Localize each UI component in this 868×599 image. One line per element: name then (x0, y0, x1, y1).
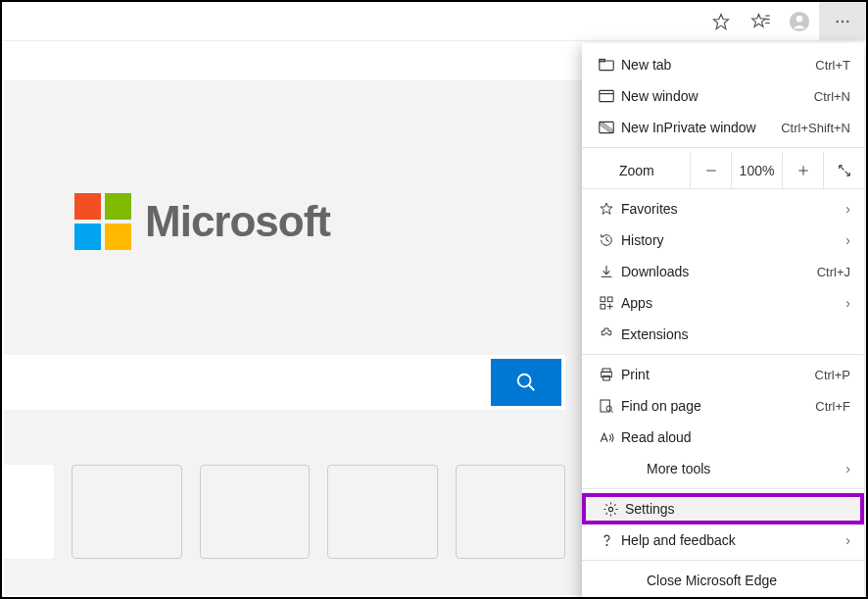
fullscreen-button[interactable] (823, 152, 864, 188)
read-aloud-icon (594, 430, 619, 445)
svg-point-7 (837, 20, 839, 22)
extensions-icon (594, 326, 619, 342)
menu-help[interactable]: Help and feedback › (582, 524, 864, 556)
search-button[interactable] (491, 359, 561, 406)
svg-point-9 (846, 20, 848, 22)
star-sparks-icon (594, 201, 619, 217)
svg-rect-24 (607, 297, 612, 302)
menu-settings[interactable]: Settings (582, 493, 864, 524)
menu-zoom-row: Zoom 100% (582, 152, 864, 189)
menu-find[interactable]: Find on page Ctrl+F (582, 390, 864, 422)
svg-rect-14 (600, 90, 613, 101)
download-icon (594, 264, 619, 279)
search-bar[interactable] (4, 355, 565, 410)
add-favorite-button[interactable] (701, 2, 741, 40)
chevron-right-icon: › (837, 232, 850, 248)
menu-new-tab[interactable]: New tab Ctrl+T (582, 49, 864, 80)
menu-more-tools[interactable]: More tools › (582, 453, 864, 484)
menu-history[interactable]: History › (582, 225, 864, 256)
help-icon (594, 532, 619, 548)
menu-print[interactable]: Print Ctrl+P (582, 359, 864, 390)
menu-new-inprivate[interactable]: New InPrivate window Ctrl+Shift+N (582, 112, 864, 143)
settings-and-more-menu: New tab Ctrl+T New window Ctrl+N New InP… (582, 43, 864, 599)
chevron-right-icon: › (837, 461, 850, 476)
svg-line-11 (529, 385, 535, 391)
svg-rect-12 (600, 61, 613, 71)
svg-marker-20 (601, 203, 612, 214)
svg-line-33 (611, 411, 613, 413)
svg-point-32 (606, 406, 611, 411)
microsoft-logo-icon (74, 193, 131, 250)
svg-point-10 (518, 374, 531, 387)
chevron-right-icon: › (837, 201, 850, 217)
svg-rect-25 (601, 304, 605, 309)
menu-close-edge[interactable]: Close Microsoft Edge (582, 565, 864, 596)
new-window-icon (594, 89, 619, 103)
menu-read-aloud[interactable]: Read aloud (582, 422, 864, 453)
chevron-right-icon: › (837, 295, 850, 311)
more-menu-button[interactable] (819, 2, 866, 40)
menu-downloads[interactable]: Downloads Ctrl+J (582, 256, 864, 287)
zoom-percent: 100% (731, 152, 782, 188)
menu-new-window[interactable]: New window Ctrl+N (582, 80, 864, 112)
svg-rect-30 (603, 375, 610, 380)
svg-point-8 (842, 20, 844, 22)
microsoft-brand: Microsoft (74, 193, 330, 250)
favorites-hub-button[interactable] (741, 2, 780, 40)
quick-links-row (4, 465, 565, 559)
zoom-label: Zoom (582, 163, 690, 178)
zoom-in-button[interactable] (782, 152, 823, 188)
svg-rect-23 (601, 297, 605, 302)
svg-marker-1 (752, 14, 766, 26)
svg-point-34 (608, 507, 612, 511)
quick-link-tile[interactable] (200, 465, 310, 559)
svg-point-35 (606, 545, 607, 546)
quick-link-tile[interactable] (72, 465, 181, 559)
quick-link-tile[interactable] (327, 465, 437, 559)
menu-extensions[interactable]: Extensions (582, 319, 864, 350)
history-icon (594, 232, 619, 248)
menu-favorites[interactable]: Favorites › (582, 193, 864, 225)
svg-point-6 (796, 16, 802, 22)
inprivate-icon (594, 121, 619, 134)
find-icon (594, 398, 619, 414)
print-icon (594, 367, 619, 382)
gear-icon (598, 501, 623, 518)
svg-marker-0 (714, 14, 729, 28)
zoom-out-button[interactable] (690, 152, 731, 188)
new-tab-icon (594, 58, 619, 72)
profile-button[interactable] (780, 2, 819, 40)
brand-text: Microsoft (145, 197, 330, 246)
apps-icon (594, 295, 619, 311)
quick-link-tile[interactable] (4, 465, 54, 559)
top-toolbar (2, 2, 866, 41)
quick-link-tile[interactable] (456, 465, 565, 559)
menu-apps[interactable]: Apps › (582, 287, 864, 319)
chevron-right-icon: › (837, 532, 850, 548)
